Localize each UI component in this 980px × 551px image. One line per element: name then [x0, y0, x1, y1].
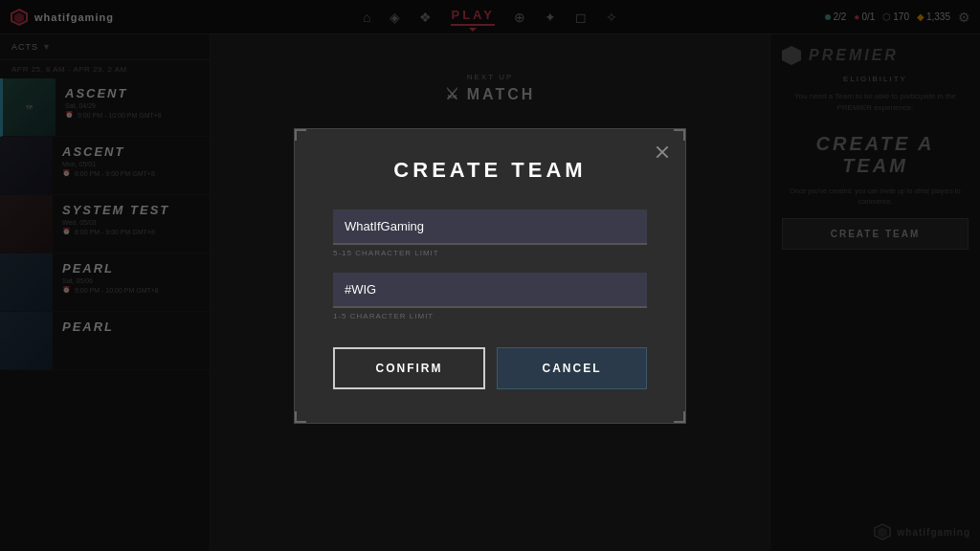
team-tag-group: 1-5 CHARACTER LIMIT [333, 273, 647, 320]
modal-overlay[interactable]: CREATE TEAM 5-15 CHARACTER LIMIT 1-5 CHA… [0, 0, 980, 551]
confirm-button[interactable]: CONFIRM [333, 347, 485, 389]
cancel-button[interactable]: CANCEL [497, 347, 647, 389]
team-tag-input[interactable] [333, 273, 647, 308]
modal-close-button[interactable] [651, 141, 674, 164]
corner-decoration-tr [674, 129, 685, 141]
modal-title: CREATE TEAM [333, 158, 647, 183]
create-team-modal: CREATE TEAM 5-15 CHARACTER LIMIT 1-5 CHA… [294, 128, 686, 424]
team-name-group: 5-15 CHARACTER LIMIT [333, 209, 647, 257]
corner-decoration-tl [295, 129, 306, 141]
team-tag-limit: 1-5 CHARACTER LIMIT [333, 312, 647, 320]
team-name-input[interactable] [333, 209, 647, 245]
modal-buttons: CONFIRM CANCEL [333, 347, 647, 389]
corner-decoration-bl [295, 411, 306, 423]
corner-decoration-br [674, 411, 685, 423]
team-name-limit: 5-15 CHARACTER LIMIT [333, 249, 647, 257]
